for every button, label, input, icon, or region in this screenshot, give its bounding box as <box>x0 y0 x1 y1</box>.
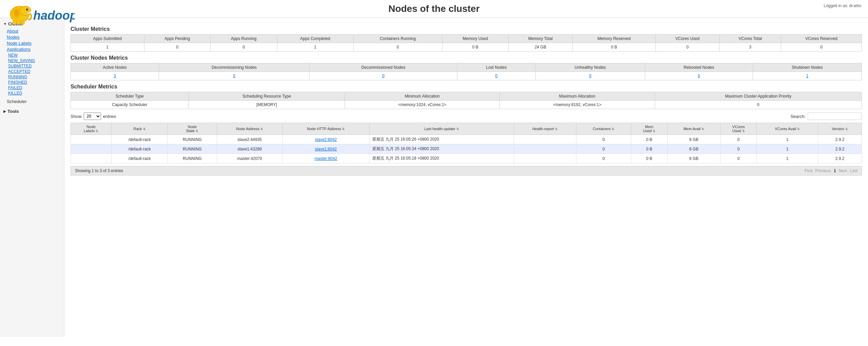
col-apps-submitted: Apps Submitted <box>71 35 144 43</box>
cell-containers: 0 <box>576 154 631 163</box>
tools-arrow-icon: ▶ <box>3 109 6 113</box>
col-mem-avail[interactable]: Mem Avail ⇅ <box>667 123 720 135</box>
cell-health-report <box>514 144 576 154</box>
cell-health-update: 星期五 九月 25 16:05:26 +0800 2020 <box>369 135 514 144</box>
col-node-labels[interactable]: NodeLabels ⇅ <box>71 123 112 135</box>
val-decommissioned-nodes[interactable]: 0 <box>310 72 457 80</box>
sidebar-item-finished[interactable]: FINISHED <box>8 80 61 85</box>
sidebar-item-about[interactable]: About <box>7 28 18 34</box>
val-memory-used: 0 B <box>442 43 508 52</box>
sidebar-item-killed[interactable]: KILLED <box>8 91 61 96</box>
pagination-bar: Showing 1 to 3 of 3 entries First Previo… <box>71 166 862 176</box>
svg-rect-7 <box>17 20 20 24</box>
val-apps-submitted: 1 <box>71 43 144 52</box>
sidebar-item-scheduler[interactable]: Scheduler <box>7 99 27 104</box>
col-node-http-address[interactable]: Node HTTP Address ⇅ <box>282 123 369 135</box>
col-mem-used[interactable]: MemUsed ⇅ <box>631 123 667 135</box>
col-vcores-avail[interactable]: VCores Avail ⇅ <box>757 123 818 135</box>
col-max-allocation: Maximum Allocation <box>500 92 655 101</box>
tools-section-header[interactable]: ▶ Tools <box>3 109 61 114</box>
cell-containers: 0 <box>576 144 631 154</box>
table-row: /default-rack RUNNING slave2:44935 slave… <box>71 135 862 144</box>
val-vcores-used: 0 <box>655 43 719 52</box>
show-entries-select[interactable]: 20 10 50 100 <box>84 113 101 120</box>
cell-health-update: 星期五 九月 25 16:05:18 +0800 2020 <box>369 154 514 163</box>
previous-page-link: Previous <box>815 168 831 173</box>
svg-point-5 <box>14 9 19 17</box>
cell-vcores-used: 0 <box>721 135 757 144</box>
cell-node-labels <box>71 154 112 163</box>
col-decommissioned-nodes: Decommissioned Nodes <box>310 63 457 72</box>
svg-point-3 <box>27 9 28 9</box>
val-shutdown-nodes[interactable]: 1 <box>753 72 862 80</box>
sidebar-item-accepted[interactable]: ACCEPTED <box>8 69 61 74</box>
col-scheduling-resource-type: Scheduling Resource Type <box>189 92 344 101</box>
current-page: 1 <box>834 168 836 173</box>
cell-http-address[interactable]: slave1:8042 <box>282 144 369 154</box>
col-apps-running: Apps Running <box>210 35 277 43</box>
last-page-link: Last <box>850 168 857 173</box>
search-label: Search: <box>790 114 806 119</box>
content-area: Cluster Metrics Apps Submitted Apps Pend… <box>64 18 868 337</box>
col-memory-total: Memory Total <box>508 35 572 43</box>
sidebar-item-new-saving[interactable]: NEW_SAVING <box>8 58 61 63</box>
cell-rack: /default-rack <box>112 154 167 163</box>
cluster-nodes-metrics-title: Cluster Nodes Metrics <box>71 55 862 61</box>
cluster-metrics-table: Apps Submitted Apps Pending Apps Running… <box>71 34 862 52</box>
val-min-allocation: <memory:1024, vCores:1> <box>345 101 500 109</box>
show-entries-bar: Show 20 10 50 100 entries Search: <box>71 113 862 120</box>
cell-http-address[interactable]: slave2:8042 <box>282 135 369 144</box>
val-decommissioning-nodes[interactable]: 0 <box>159 72 310 80</box>
svg-text:hadoop: hadoop <box>33 8 75 22</box>
cell-version: 2.9.2 <box>818 135 862 144</box>
val-unhealthy-nodes[interactable]: 0 <box>535 72 645 80</box>
cluster-nodes-metrics-table: Active Nodes Decommissioning Nodes Decom… <box>71 63 862 80</box>
search-input[interactable] <box>808 113 862 120</box>
col-rack[interactable]: Rack ⇅ <box>112 123 167 135</box>
svg-rect-8 <box>21 20 24 24</box>
col-node-state[interactable]: NodeState ⇅ <box>167 123 217 135</box>
tools-section-label: Tools <box>7 109 19 114</box>
sidebar-item-nodes[interactable]: Nodes <box>7 35 20 40</box>
col-min-allocation: Minimum Allocation <box>345 92 500 101</box>
col-containers[interactable]: Containers ⇅ <box>576 123 631 135</box>
cell-state: RUNNING <box>167 135 217 144</box>
col-decommissioning-nodes: Decommissioning Nodes <box>159 63 310 72</box>
col-scheduler-type: Scheduler Type <box>71 92 189 101</box>
cell-version: 2.9.2 <box>818 144 862 154</box>
nodes-table: NodeLabels ⇅ Rack ⇅ NodeState ⇅ Node Add… <box>71 123 862 163</box>
sidebar-item-submitted[interactable]: SUBMITTED <box>8 64 61 68</box>
pagination-links: First Previous 1 Next Last <box>805 168 857 173</box>
cell-rack: /default-rack <box>112 144 167 154</box>
val-active-nodes[interactable]: 3 <box>71 72 159 80</box>
val-vcores-total: 3 <box>719 43 781 52</box>
col-last-health-update[interactable]: Last health-update ⇅ <box>369 123 514 135</box>
col-health-report[interactable]: Health-report ⇅ <box>514 123 576 135</box>
scheduler-metrics-title: Scheduler Metrics <box>71 84 862 90</box>
svg-point-1 <box>20 6 31 16</box>
sidebar-item-failed[interactable]: FAILED <box>8 85 61 90</box>
cell-address: master:42070 <box>217 154 282 163</box>
sidebar-item-applications[interactable]: Applications <box>7 47 31 52</box>
sidebar-item-new[interactable]: NEW <box>8 53 61 58</box>
col-shutdown-nodes: Shutdown Nodes <box>753 63 862 72</box>
cell-http-address[interactable]: master:8042 <box>282 154 369 163</box>
logo: hadoop <box>7 3 75 25</box>
val-apps-running: 0 <box>210 43 277 52</box>
col-node-address[interactable]: Node Address ⇅ <box>217 123 282 135</box>
cell-health-report <box>514 154 576 163</box>
sidebar-item-running[interactable]: RUNNING <box>8 75 61 79</box>
col-version[interactable]: Version ⇅ <box>818 123 862 135</box>
svg-point-2 <box>26 8 28 11</box>
col-rebooted-nodes: Rebooted Nodes <box>645 63 753 72</box>
val-rebooted-nodes[interactable]: 0 <box>645 72 753 80</box>
cell-mem-used: 0 B <box>631 135 667 144</box>
cell-vcores-avail: 1 <box>757 135 818 144</box>
sidebar-item-node-labels[interactable]: Node Labels <box>7 41 32 46</box>
val-scheduling-resource-type: [MEMORY] <box>189 101 344 109</box>
cluster-metrics-title: Cluster Metrics <box>71 26 862 32</box>
col-vcores-used[interactable]: VCoresUsed ⇅ <box>721 123 757 135</box>
col-vcores-used: VCores Used <box>655 35 719 43</box>
col-unhealthy-nodes: Unhealthy Nodes <box>535 63 645 72</box>
val-lost-nodes[interactable]: 0 <box>457 72 535 80</box>
